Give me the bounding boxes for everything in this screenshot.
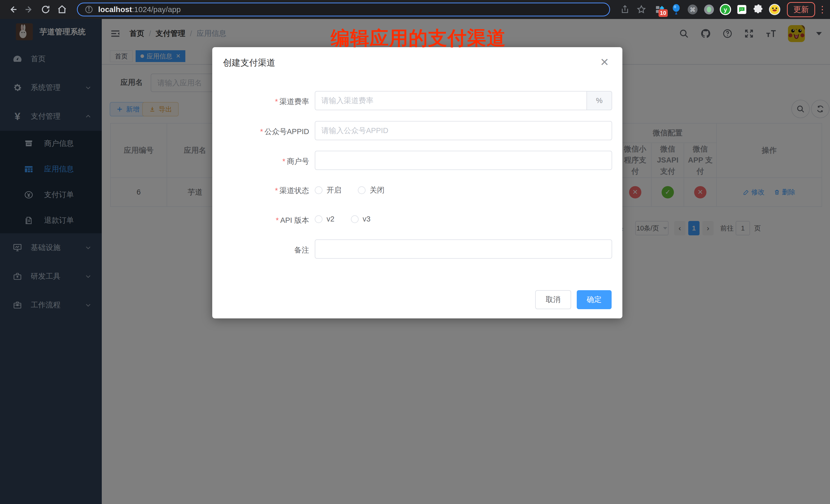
merchant-id-input[interactable] [315,151,612,170]
annotation-text: 编辑应用的支付渠道 [331,26,506,51]
reload-icon[interactable] [40,4,51,15]
extension-yudao-icon[interactable]: y [720,4,731,15]
forward-icon[interactable] [24,4,35,15]
radio-api-v2[interactable]: v2 [315,215,334,223]
home-icon[interactable] [56,4,68,15]
required-asterisk: * [275,97,278,106]
back-icon[interactable] [7,4,19,15]
rate-input[interactable] [315,91,587,110]
extension-record-icon[interactable] [703,4,715,15]
radio-label: 关闭 [370,185,384,195]
browser-update-button[interactable]: 更新 [787,2,815,17]
radio-label: v2 [326,215,334,223]
extension-command-icon[interactable]: ⌘ [687,4,699,15]
field-label-remark: 备注 [212,245,309,255]
field-label-rate: *渠道费率 [212,97,309,107]
browser-toolbar: localhost:1024/pay/app 10 ⌘ y [0,0,830,19]
confirm-button[interactable]: 确定 [577,290,612,309]
svg-text:y: y [724,6,727,13]
profile-avatar-icon[interactable] [769,4,780,15]
site-info-icon[interactable] [83,4,95,15]
screen: localhost:1024/pay/app 10 ⌘ y [0,0,830,504]
dialog-title: 创建支付渠道 [223,57,275,69]
radio-circle-icon [315,215,322,223]
api-version-radio-group: v2 v3 [315,215,371,223]
extension-tabs-icon[interactable]: 10 [654,4,666,15]
field-label-appid: *公众号APPID [212,127,309,137]
radio-api-v3[interactable]: v3 [351,215,371,223]
extension-badge: 10 [659,9,668,17]
radio-label: v3 [363,215,371,223]
extensions-cluster: 10 ⌘ y [651,4,783,15]
remark-input[interactable] [315,240,612,259]
url-path: :1024/pay/app [132,5,181,14]
dialog-close-icon[interactable]: ✕ [600,57,609,68]
radio-label: 开启 [326,185,342,195]
extension-balloon-icon[interactable] [670,4,682,15]
radio-circle-icon [358,186,365,194]
field-label-status: *渠道状态 [212,186,309,196]
rate-suffix: % [587,91,612,110]
radio-circle-icon [315,186,322,194]
browser-menu-icon[interactable]: ⋮ [818,4,827,15]
extension-chat-icon[interactable] [736,4,748,15]
rate-input-group: % [315,91,612,110]
create-payment-channel-dialog: 创建支付渠道 ✕ *渠道费率 % *公众号APPID *商户号 *渠道状 [212,47,622,318]
appid-input[interactable] [315,121,612,140]
url-host: localhost [98,5,132,14]
field-label-merchant-id: *商户号 [212,156,309,167]
cancel-button[interactable]: 取消 [535,290,571,309]
status-radio-group: 开启 关闭 [315,185,384,195]
radio-status-open[interactable]: 开启 [315,185,342,195]
required-asterisk: * [275,186,278,195]
bookmark-star-icon[interactable] [636,4,647,15]
required-asterisk: * [283,157,285,165]
radio-circle-icon [351,215,359,223]
share-icon[interactable] [619,4,631,15]
svg-text:⌘: ⌘ [690,6,696,13]
extensions-puzzle-icon[interactable] [752,4,764,15]
required-asterisk: * [260,127,263,136]
app-viewport: 芋道管理系统 首页 系统管理 ¥ 支付管理 [0,19,830,504]
required-asterisk: * [276,216,279,224]
address-bar[interactable]: localhost:1024/pay/app [77,3,610,17]
radio-status-closed[interactable]: 关闭 [358,185,384,195]
field-label-api-version: *API 版本 [212,215,309,226]
